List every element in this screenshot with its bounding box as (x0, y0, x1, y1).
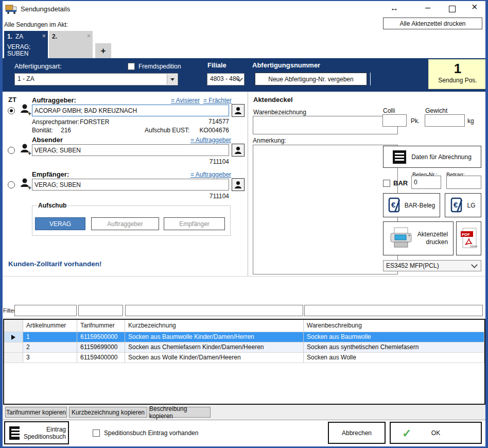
table-row[interactable]: 3 61159400000 Socken aus Wolle Kinder/Da… (4, 353, 484, 363)
absender-radio[interactable] (8, 147, 15, 154)
resize-icon[interactable]: ↔ (390, 4, 398, 12)
table-row[interactable]: 1 61159500000 Socken aus Baumwolle Kinde… (4, 332, 484, 342)
maximize-icon[interactable] (449, 6, 456, 12)
printer-icon (389, 227, 413, 250)
printer-dropdown-arrow-icon[interactable] (472, 265, 477, 267)
contact-icon (234, 106, 242, 115)
aufschub-eust-value: KO004676 (193, 127, 229, 134)
minimize-icon[interactable]: – (425, 3, 430, 11)
svg-text:Adobe: Adobe (470, 245, 478, 248)
tab2-close-icon[interactable]: × (86, 32, 91, 40)
beleg-nr-input[interactable] (411, 176, 441, 189)
absender-contact-button[interactable] (232, 144, 245, 157)
auftraggeber-input[interactable] (32, 105, 229, 116)
aufschub-auftraggeber-button[interactable]: Auftraggeber (91, 217, 159, 230)
ansprechpartner-label: Ansprechpartner: (32, 118, 79, 126)
daten-fuer-abrechnung-button[interactable]: Daten für Abrechnung (383, 146, 481, 168)
print-all-aktenzettel-button[interactable]: Alle Aktenzettel drucken (383, 18, 482, 29)
speditionsbuch-checkbox-label: Speditionsbuch Eintrag vorhanden (104, 429, 198, 437)
empfaenger-input[interactable] (32, 179, 229, 191)
col-header-kurzbezeichnung[interactable]: Kurzbezeichnung (125, 320, 304, 332)
ok-button[interactable]: ✓ OK (390, 422, 482, 444)
fremdspedition-checkbox[interactable] (128, 63, 135, 70)
cancel-button[interactable]: Abbrechen (328, 422, 386, 444)
filiale-label: Filiale (207, 61, 226, 69)
warenbezeichnung-textarea[interactable] (253, 116, 398, 134)
avisierer-link[interactable]: = Avisierer (171, 97, 200, 104)
empfaenger-auftraggeber-link[interactable]: = Auftraggeber (190, 171, 231, 178)
tab2-number: 2. (52, 33, 57, 40)
filter-tarifnummer-input[interactable] (78, 305, 123, 316)
auftraggeber-radio[interactable] (8, 107, 15, 114)
add-shipment-tab-button[interactable]: + (95, 43, 111, 58)
article-table: Artikelnummer Tarifnummer Kurzbezeichnun… (3, 319, 485, 405)
eintrag-speditionsbuch-button[interactable]: Eintrag Speditionsbuch (4, 421, 69, 444)
form-bottom-divider (0, 276, 488, 277)
col-header-artikelnummer[interactable]: Artikelnummer (23, 320, 77, 332)
col-header-tarifnummer[interactable]: Tarifnummer (77, 320, 125, 332)
aufschub-verag-button[interactable]: VERAG (35, 217, 85, 230)
col-header-warenbeschreibung[interactable]: Warenbeschreibung (304, 320, 484, 332)
ansprechpartner-value: FORSTER (80, 118, 109, 126)
neue-abfertigungsnummer-button[interactable]: Neue Abfertigung-Nr. vergeben (255, 73, 367, 85)
aktendeckel-title: Aktendeckel (253, 96, 293, 104)
pdf-icon: PDF Adobe (460, 227, 478, 250)
speditionsbuch-checkbox[interactable] (93, 429, 100, 437)
auftraggeber-contact-button[interactable] (232, 104, 245, 117)
svg-text:+: + (28, 110, 31, 116)
selector-column-header (4, 320, 23, 332)
anmerkung-textarea[interactable] (253, 145, 398, 274)
empfaenger-radio[interactable] (8, 181, 15, 188)
tab-shipment-2[interactable]: 2. × (49, 31, 93, 58)
add-contact-icon[interactable]: + (20, 177, 32, 192)
betrag-input[interactable] (446, 176, 481, 189)
svg-text:PDF: PDF (462, 232, 470, 237)
table-row[interactable]: 2 61159699000 Socken aus Chemiefasern Ki… (4, 342, 484, 353)
abfertigungsart-label: Abfertigungsart: (14, 62, 62, 70)
gewicht-input[interactable] (425, 114, 465, 127)
tab1-number: 1. (7, 33, 12, 40)
absender-label: Absender (32, 136, 63, 144)
table-header-row: Artikelnummer Tarifnummer Kurzbezeichnun… (4, 320, 484, 332)
aufschub-empfaenger-button[interactable]: Empfänger (164, 217, 225, 230)
filiale-dropdown-arrow-icon[interactable] (237, 78, 242, 81)
bar-beleg-button[interactable]: € BAR-Beleg (383, 193, 440, 217)
tab-shipment-1[interactable]: 1. ZA × VERAG; SUBEN (4, 31, 48, 58)
filiale-select[interactable]: 4803 - 480 (207, 73, 245, 85)
add-contact-icon[interactable]: + (20, 103, 32, 118)
abfertigungsart-dropdown-arrow-icon[interactable] (167, 74, 177, 84)
lg-button[interactable]: € LG (445, 193, 481, 217)
close-icon[interactable]: × (472, 3, 478, 11)
bar-checkbox[interactable] (383, 180, 390, 187)
row-selector-cell (4, 332, 23, 342)
pdf-export-button[interactable]: PDF Adobe (456, 221, 481, 255)
svg-text:€: € (391, 200, 396, 209)
colli-input[interactable] (382, 114, 407, 127)
absender-input[interactable] (32, 144, 229, 156)
abfertigungsnummer-label: Abfertigungsnummer (252, 61, 320, 69)
svg-text:+: + (28, 150, 31, 156)
empfaenger-label: Empfänger: (32, 170, 69, 178)
filter-kurzbezeichnung-input[interactable] (125, 305, 303, 316)
absender-auftraggeber-link[interactable]: = Auftraggeber (190, 136, 231, 144)
check-icon: ✓ (402, 427, 411, 440)
colli-label: Colli (383, 107, 395, 114)
abfertigungsart-select[interactable]: 1 - ZA (14, 73, 178, 85)
window-title: Sendungsdetails (21, 5, 70, 13)
sendungsdetails-window: Sendungsdetails ↔ – × Alle Aktenzettel d… (0, 0, 488, 448)
aktenzettel-drucken-button[interactable]: Aktenzettel drucken (383, 221, 454, 255)
copy-beschreibung-button[interactable]: Beschreibung kopieren (149, 407, 211, 418)
filter-warenbeschreibung-input[interactable] (304, 305, 483, 316)
copy-tarifnummer-button[interactable]: Tarifnummer kopieren (5, 407, 67, 418)
empfaenger-contact-button[interactable] (232, 178, 245, 191)
filter-artikelnummer-input[interactable] (14, 305, 77, 316)
gewicht-unit-label: kg (467, 117, 474, 125)
sendung-pos-count: 1 (429, 61, 486, 77)
anmerkung-label: Anmerkung: (253, 137, 286, 144)
copy-kurzbezeichnung-button[interactable]: Kurzbezeichnung kopieren (69, 407, 147, 418)
add-contact-icon[interactable]: + (20, 143, 32, 158)
printer-select[interactable]: ES3452 MFP(PCL) (383, 260, 481, 271)
fraechter-link[interactable]: = Frächter (203, 97, 232, 104)
tab1-close-icon[interactable]: × (42, 32, 46, 40)
sendung-pos-label: Sendung Pos. (429, 77, 486, 84)
